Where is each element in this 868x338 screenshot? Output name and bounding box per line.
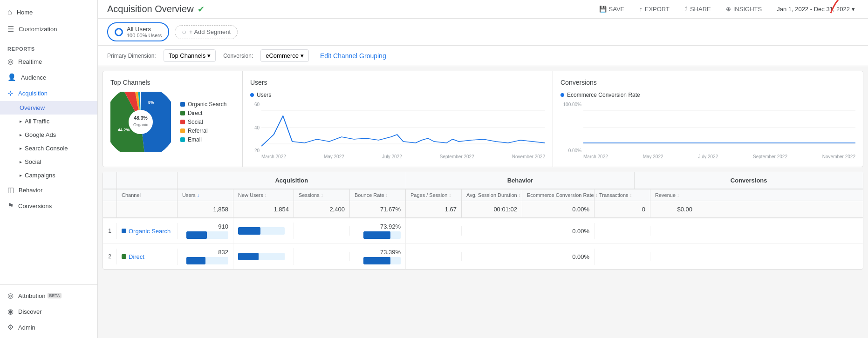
sidebar-sub-item-campaigns[interactable]: ▸ Campaigns <box>0 169 97 182</box>
legend-organic-search: Organic Search <box>180 101 226 108</box>
realtime-icon: ◎ <box>7 57 14 66</box>
col-bounce-rate[interactable]: Bounce Rate ↕ <box>350 189 406 201</box>
segment-bar: All Users 100.00% Users ○ + Add Segment <box>98 19 868 46</box>
add-segment-button[interactable]: ○ + Add Segment <box>175 25 238 39</box>
sidebar-sub-item-all-traffic[interactable]: ▸ All Traffic <box>0 115 97 128</box>
sidebar-item-realtime[interactable]: ◎ Realtime <box>0 54 97 69</box>
pages-2 <box>406 252 462 261</box>
new-users-1 <box>233 223 294 239</box>
col-rank <box>103 189 117 201</box>
sidebar-item-home[interactable]: ⌂ Home <box>0 4 97 20</box>
totals-ecommerce: 0.00% <box>522 201 595 217</box>
pie-legend: Organic Search Direct Social Referr <box>180 101 226 143</box>
charts-row: Top Channels <box>103 71 863 167</box>
chevron-right-icon-2: ▸ <box>20 132 22 137</box>
sidebar-item-discover[interactable]: ◉ Discover <box>0 304 97 319</box>
totals-label-spacer <box>103 201 117 217</box>
pages-1 <box>406 226 462 236</box>
svg-text:Organic: Organic <box>133 122 148 127</box>
chevron-right-icon-3: ▸ <box>20 146 22 151</box>
totals-row: 1,858 1,854 2,400 71.67% 1.67 00:01:02 0… <box>103 201 863 218</box>
behavior-icon: ◫ <box>7 186 14 194</box>
users-legend: Users <box>250 92 545 98</box>
sidebar-sub-item-google-ads[interactable]: ▸ Google Ads <box>0 128 97 142</box>
conversions-svg-chart <box>583 102 855 153</box>
sidebar-sub-item-search-console[interactable]: ▸ Search Console <box>0 142 97 155</box>
sidebar: ⌂ Home ☰ Customization REPORTS ◎ Realtim… <box>0 0 98 338</box>
conversions-chart-panel: Conversions Ecommerce Conversion Rate 10… <box>553 71 863 167</box>
sidebar-sub-item-social[interactable]: ▸ Social <box>0 155 97 169</box>
insights-button[interactable]: ⊕ INSIGHTS <box>722 4 765 14</box>
export-icon: ↑ <box>639 6 642 13</box>
audience-icon: 👤 <box>7 73 16 81</box>
pie-chart: 48.3% Organic 44.2% 8% <box>110 92 171 152</box>
col-users[interactable]: Users ↓ <box>178 189 233 201</box>
top-channels-select[interactable]: Top Channels ▾ <box>164 49 216 62</box>
conversions-x-labels: March 2022 May 2022 July 2022 September … <box>560 154 855 159</box>
users-1: 910 <box>178 218 233 243</box>
date-range-picker[interactable]: Jan 1, 2022 - Dec 31, 2022 ▾ <box>773 4 859 14</box>
sort-icon-pages: ↕ <box>449 193 451 198</box>
sidebar-item-acquisition[interactable]: ⊹ Acquisition <box>0 85 97 101</box>
direct-link[interactable]: Direct <box>129 253 144 260</box>
col-transactions[interactable]: Transactions ↕ <box>595 189 650 201</box>
sidebar-sub-item-overview[interactable]: Overview ➜ <box>0 101 97 115</box>
chevron-right-icon: ▸ <box>20 119 22 124</box>
acquisition-section-header: Acquisition <box>178 172 406 189</box>
users-line-chart-container: 60 40 20 March 2022 <box>250 102 545 159</box>
sidebar-item-behavior[interactable]: ◫ Behavior <box>0 182 97 198</box>
legend-email: Email <box>180 136 226 143</box>
col-new-users[interactable]: New Users ↕ <box>233 189 294 201</box>
legend-referral: Referral <box>180 128 226 134</box>
sort-icon-avg: ↕ <box>519 193 521 198</box>
sidebar-item-admin[interactable]: ⚙ Admin <box>0 319 97 335</box>
segment-circle-icon <box>115 28 123 36</box>
chevron-right-icon-4: ▸ <box>20 159 22 164</box>
all-users-segment[interactable]: All Users 100.00% Users <box>107 22 169 41</box>
users-chart-panel: Users Users 60 40 20 <box>243 71 553 167</box>
legend-dot-direct <box>180 111 185 115</box>
rank-2: 2 <box>103 249 117 264</box>
controls-bar: Primary Dimension: Top Channels ▾ Conver… <box>98 46 868 66</box>
channel-1[interactable]: Organic Search <box>117 223 178 239</box>
col-revenue[interactable]: Revenue ↕ <box>650 189 697 201</box>
conversions-section-header: Conversions <box>635 172 863 189</box>
sessions-2 <box>294 252 350 261</box>
organic-search-link[interactable]: Organic Search <box>129 228 171 235</box>
sidebar-item-conversions[interactable]: ⚑ Conversions <box>0 198 97 214</box>
col-channel: Channel <box>117 189 178 201</box>
avg-session-1 <box>462 226 522 236</box>
col-pages-per-session[interactable]: Pages / Session ↕ <box>406 189 462 201</box>
sort-icon-bounce: ↕ <box>386 193 388 198</box>
legend-dot-organic <box>180 102 185 107</box>
totals-transactions: 0 <box>595 201 650 217</box>
sort-icon-revenue: ↕ <box>677 193 679 198</box>
col-sessions[interactable]: Sessions ↕ <box>294 189 350 201</box>
behavior-section-header: Behavior <box>406 172 635 189</box>
ecommerce-select[interactable]: eCommerce ▾ <box>260 49 309 62</box>
totals-label <box>117 201 178 217</box>
channel-color-2 <box>122 254 126 259</box>
save-button[interactable]: 💾 SAVE <box>595 4 629 14</box>
sidebar-item-attribution[interactable]: ◎ Attribution BETA <box>0 288 97 304</box>
sidebar-item-customization[interactable]: ☰ Customization <box>0 20 97 38</box>
legend-social: Social <box>180 119 226 125</box>
totals-sessions: 2,400 <box>294 201 350 217</box>
conversions-line-chart-container: 100.00% 0.00% March 202 <box>560 102 855 159</box>
share-button[interactable]: ⤴ SHARE <box>681 4 715 14</box>
channel-2[interactable]: Direct <box>117 249 178 265</box>
export-button[interactable]: ↑ EXPORT <box>636 4 673 14</box>
col-ecommerce-rate[interactable]: Ecommerce Conversion Rate ↕ <box>522 189 595 201</box>
acquisition-icon: ⊹ <box>7 89 14 97</box>
sidebar-item-audience[interactable]: 👤 Audience <box>0 69 97 85</box>
conversions-icon: ⚑ <box>7 202 14 210</box>
col-avg-session[interactable]: Avg. Session Duration ↕ <box>462 189 522 201</box>
admin-icon: ⚙ <box>7 323 14 331</box>
rank-1: 1 <box>103 223 117 239</box>
edit-channel-grouping-link[interactable]: Edit Channel Grouping <box>320 52 386 60</box>
table-col-headers: Channel Users ↓ New Users ↕ Sessions ↕ B… <box>103 189 863 201</box>
revenue-2 <box>650 252 697 261</box>
users-2: 832 <box>178 244 233 269</box>
main-content: Acquisition Overview ✔ 💾 SAVE ↑ EXPORT ⤴… <box>98 0 868 338</box>
customization-icon: ☰ <box>7 25 14 34</box>
